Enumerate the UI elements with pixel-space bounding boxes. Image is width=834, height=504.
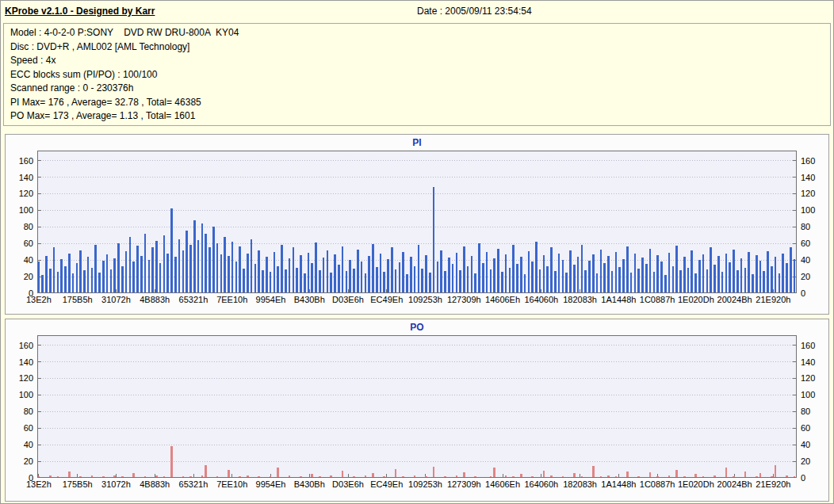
x-tick-label: 9954Eh	[256, 295, 286, 304]
y-tick-label: 160	[801, 156, 815, 166]
pi-x-axis: 13E2h175B5h31072h4B883h65321h7EE10h9954E…	[6, 295, 828, 307]
y-tick-label: 160	[19, 341, 33, 350]
x-tick-label: 4B883h	[140, 479, 170, 489]
po-x-axis-labels: 13E2h175B5h31072h4B883h65321h7EE10h9954E…	[37, 479, 797, 492]
y-tick-label: 40	[801, 440, 810, 449]
y-tick-label: 20	[801, 272, 810, 281]
x-tick-label: 20024Bh	[717, 295, 752, 304]
x-tick-label: 13E2h	[26, 479, 52, 489]
y-tick-label: 140	[19, 173, 33, 182]
po-plot-area	[37, 335, 797, 478]
y-tick-label: 120	[19, 189, 33, 198]
x-tick-label: D03E6h	[332, 479, 364, 489]
x-tick-label: 20024Bh	[717, 479, 752, 489]
x-tick-label: 109253h	[408, 295, 442, 304]
info-line-model: Model : 4-0-2-0 P:SONY DVD RW DRU-800A K…	[10, 26, 824, 40]
y-tick-label: 20	[801, 456, 810, 466]
x-tick-label: 14606Eh	[485, 479, 520, 489]
y-tick-label: 0	[801, 288, 805, 298]
x-tick-label: 127309h	[447, 295, 481, 304]
app-title: KProbe v2.1.0 - Designed by Karr	[5, 6, 155, 17]
po-chart-title: PO	[6, 319, 828, 335]
x-tick-label: 13E2h	[26, 295, 52, 304]
x-tick-label: 21E920h	[756, 479, 790, 489]
info-line-speed: Speed : 4x	[10, 54, 824, 68]
x-tick-label: 1A1448h	[601, 479, 636, 489]
pi-plot-area	[37, 151, 797, 293]
y-tick-label: 100	[801, 390, 815, 399]
x-tick-label: 164060h	[524, 295, 558, 304]
x-tick-label: D03E6h	[332, 295, 364, 304]
y-tick-label: 20	[24, 456, 33, 466]
y-tick-label: 100	[801, 205, 815, 215]
x-tick-label: 109253h	[408, 479, 442, 489]
info-line-scanned-range: Scanned range : 0 - 230376h	[10, 82, 824, 96]
x-tick-label: 31072h	[101, 295, 131, 304]
scan-date: Date : 2005/09/11 23:54:54	[417, 6, 532, 17]
pi-plot-row: 020406080100120140160 020406080100120140…	[6, 151, 828, 293]
x-tick-label: 182083h	[563, 295, 597, 304]
x-tick-label: EC49Eh	[370, 479, 403, 489]
po-y-axis-left: 020406080100120140160	[6, 335, 37, 478]
x-tick-label: 1C0887h	[640, 295, 675, 304]
y-tick-label: 60	[24, 423, 33, 433]
x-tick-label: 7EE10h	[216, 479, 247, 489]
x-tick-label: B430Bh	[294, 295, 325, 304]
x-tick-label: 14606Eh	[485, 295, 520, 304]
y-tick-label: 80	[801, 407, 810, 416]
x-tick-label: 1E020Dh	[678, 479, 714, 489]
x-tick-label: 1A1448h	[601, 295, 636, 304]
x-tick-label: 21E920h	[756, 295, 790, 304]
x-tick-label: 175B5h	[63, 479, 93, 489]
pi-y-axis-left: 020406080100120140160	[6, 151, 37, 293]
x-tick-label: 175B5h	[63, 295, 93, 304]
info-line-pi-stats: PI Max= 176 , Average= 32.78 , Total= 46…	[10, 96, 824, 110]
x-tick-label: 1C0887h	[640, 479, 675, 489]
x-tick-label: EC49Eh	[370, 295, 403, 304]
y-tick-label: 0	[801, 473, 805, 483]
scan-info-panel: Model : 4-0-2-0 P:SONY DVD RW DRU-800A K…	[3, 23, 831, 126]
x-tick-label: 1E020Dh	[678, 295, 714, 304]
x-tick-label: 4B883h	[140, 295, 170, 304]
x-tick-label: 182083h	[563, 479, 597, 489]
y-tick-label: 60	[801, 239, 810, 248]
y-tick-label: 100	[19, 390, 33, 399]
y-tick-label: 160	[801, 341, 815, 350]
y-tick-label: 140	[19, 357, 33, 367]
pi-bars	[37, 151, 797, 293]
y-tick-label: 80	[24, 222, 33, 231]
y-tick-label: 80	[24, 407, 33, 416]
kprobe-window: KProbe v2.1.0 - Designed by Karr Date : …	[0, 0, 834, 504]
x-tick-label: 65321h	[179, 295, 208, 304]
pi-x-axis-labels: 13E2h175B5h31072h4B883h65321h7EE10h9954E…	[37, 295, 797, 307]
info-line-disc: Disc : DVD+R , AML002 [AML Technology]	[10, 40, 824, 55]
info-line-po-stats: PO Max= 173 , Average= 1.13 , Total= 160…	[10, 109, 824, 124]
y-tick-label: 40	[801, 255, 810, 265]
y-tick-label: 120	[19, 373, 33, 383]
y-tick-label: 40	[24, 255, 33, 265]
x-tick-label: 65321h	[179, 479, 208, 489]
x-tick-label: 127309h	[447, 479, 481, 489]
pi-chart-title: PI	[6, 135, 828, 151]
y-tick-label: 20	[24, 272, 33, 281]
po-y-axis-right: 020406080100120140160	[797, 335, 828, 478]
x-tick-label: 9954Eh	[256, 479, 286, 489]
po-plot-row: 020406080100120140160 020406080100120140…	[6, 335, 828, 478]
y-tick-label: 60	[24, 239, 33, 248]
pi-chart-panel: PI 020406080100120140160 020406080100120…	[5, 134, 829, 315]
po-chart-panel: PO 020406080100120140160 020406080100120…	[5, 319, 829, 502]
y-tick-label: 120	[801, 373, 815, 383]
x-tick-label: 7EE10h	[216, 295, 247, 304]
y-tick-label: 160	[19, 156, 33, 166]
pi-y-axis-right: 020406080100120140160	[797, 151, 828, 293]
po-x-axis: 13E2h175B5h31072h4B883h65321h7EE10h9954E…	[6, 479, 828, 492]
y-tick-label: 140	[801, 173, 815, 182]
x-tick-label: 164060h	[524, 479, 558, 489]
y-tick-label: 100	[19, 205, 33, 215]
y-tick-label: 120	[801, 189, 815, 198]
y-tick-label: 140	[801, 357, 815, 367]
po-bars	[37, 335, 797, 478]
x-tick-label: B430Bh	[294, 479, 325, 489]
y-tick-label: 60	[801, 423, 810, 433]
y-tick-label: 80	[801, 222, 810, 231]
